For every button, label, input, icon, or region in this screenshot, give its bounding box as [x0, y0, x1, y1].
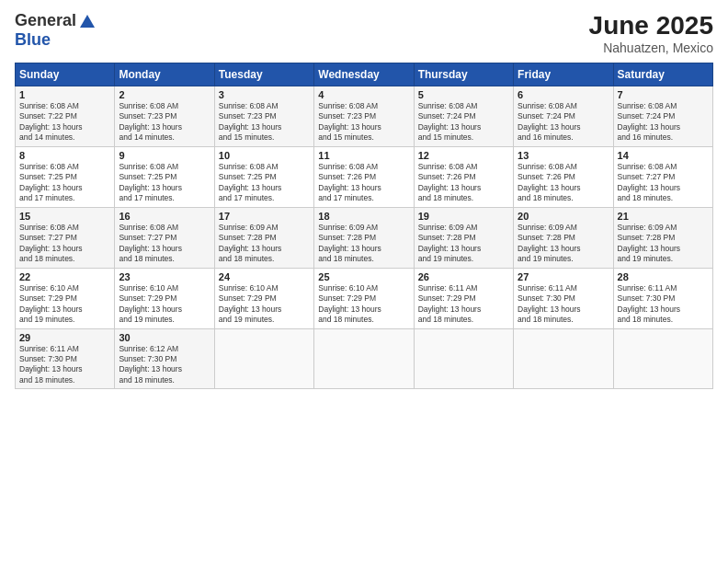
day-info: Sunrise: 6:10 AM Sunset: 7:29 PM Dayligh… — [219, 283, 310, 326]
day-info: Sunrise: 6:11 AM Sunset: 7:30 PM Dayligh… — [19, 344, 110, 386]
table-row: 18Sunrise: 6:09 AM Sunset: 7:28 PM Dayli… — [314, 207, 414, 268]
table-row: 30Sunrise: 6:12 AM Sunset: 7:30 PM Dayli… — [115, 328, 214, 389]
day-number: 7 — [618, 89, 709, 100]
day-info: Sunrise: 6:08 AM Sunset: 7:27 PM Dayligh… — [618, 162, 709, 204]
table-row: 25Sunrise: 6:10 AM Sunset: 7:29 PM Dayli… — [314, 268, 414, 328]
day-info: Sunrise: 6:08 AM Sunset: 7:24 PM Dayligh… — [518, 101, 609, 144]
page: General Blue June 2025 Nahuatzen, Mexico… — [0, 0, 728, 563]
table-row: 23Sunrise: 6:10 AM Sunset: 7:29 PM Dayli… — [115, 268, 214, 328]
day-number: 29 — [19, 332, 110, 343]
table-row: 11Sunrise: 6:08 AM Sunset: 7:26 PM Dayli… — [314, 146, 414, 207]
day-info: Sunrise: 6:08 AM Sunset: 7:24 PM Dayligh… — [618, 101, 709, 144]
table-row: 20Sunrise: 6:09 AM Sunset: 7:28 PM Dayli… — [514, 207, 613, 268]
calendar-week-row: 22Sunrise: 6:10 AM Sunset: 7:29 PM Dayli… — [16, 268, 713, 328]
day-number: 10 — [219, 150, 310, 161]
day-number: 13 — [518, 150, 609, 161]
day-number: 20 — [518, 211, 609, 222]
day-number: 12 — [418, 150, 509, 161]
day-number: 26 — [418, 271, 509, 282]
calendar-week-row: 15Sunrise: 6:08 AM Sunset: 7:27 PM Dayli… — [16, 207, 713, 268]
day-number: 27 — [518, 271, 609, 282]
table-row: 21Sunrise: 6:09 AM Sunset: 7:28 PM Dayli… — [613, 207, 712, 268]
day-info: Sunrise: 6:10 AM Sunset: 7:29 PM Dayligh… — [318, 283, 409, 326]
day-info: Sunrise: 6:10 AM Sunset: 7:29 PM Dayligh… — [19, 283, 110, 326]
day-number: 4 — [318, 89, 409, 100]
day-info: Sunrise: 6:11 AM Sunset: 7:30 PM Dayligh… — [618, 283, 709, 326]
table-row: 28Sunrise: 6:11 AM Sunset: 7:30 PM Dayli… — [613, 268, 712, 328]
day-number: 14 — [618, 150, 709, 161]
day-info: Sunrise: 6:08 AM Sunset: 7:25 PM Dayligh… — [219, 162, 310, 204]
day-info: Sunrise: 6:10 AM Sunset: 7:29 PM Dayligh… — [119, 283, 210, 326]
table-row — [414, 328, 513, 389]
col-thursday: Thursday — [414, 63, 513, 86]
day-info: Sunrise: 6:09 AM Sunset: 7:28 PM Dayligh… — [618, 223, 709, 265]
day-info: Sunrise: 6:08 AM Sunset: 7:26 PM Dayligh… — [518, 162, 609, 204]
day-number: 6 — [518, 89, 609, 100]
table-row: 12Sunrise: 6:08 AM Sunset: 7:26 PM Dayli… — [414, 146, 513, 207]
table-row: 15Sunrise: 6:08 AM Sunset: 7:27 PM Dayli… — [16, 207, 115, 268]
table-row: 7Sunrise: 6:08 AM Sunset: 7:24 PM Daylig… — [613, 86, 712, 147]
day-info: Sunrise: 6:08 AM Sunset: 7:25 PM Dayligh… — [19, 162, 110, 204]
table-row: 8Sunrise: 6:08 AM Sunset: 7:25 PM Daylig… — [16, 146, 115, 207]
day-number: 9 — [119, 150, 210, 161]
table-row: 3Sunrise: 6:08 AM Sunset: 7:23 PM Daylig… — [214, 86, 313, 147]
day-number: 23 — [119, 271, 210, 282]
calendar-week-row: 8Sunrise: 6:08 AM Sunset: 7:25 PM Daylig… — [16, 146, 713, 207]
logo-icon — [78, 13, 97, 31]
day-info: Sunrise: 6:11 AM Sunset: 7:29 PM Dayligh… — [418, 283, 509, 326]
table-row: 4Sunrise: 6:08 AM Sunset: 7:23 PM Daylig… — [314, 86, 414, 147]
logo-general: General — [15, 12, 76, 30]
month-year: June 2025 — [589, 11, 713, 40]
table-row: 13Sunrise: 6:08 AM Sunset: 7:26 PM Dayli… — [514, 146, 613, 207]
day-info: Sunrise: 6:08 AM Sunset: 7:23 PM Dayligh… — [318, 101, 409, 144]
day-info: Sunrise: 6:08 AM Sunset: 7:22 PM Dayligh… — [19, 101, 110, 144]
table-row: 6Sunrise: 6:08 AM Sunset: 7:24 PM Daylig… — [514, 86, 613, 147]
location: Nahuatzen, Mexico — [589, 40, 713, 55]
table-row: 22Sunrise: 6:10 AM Sunset: 7:29 PM Dayli… — [16, 268, 115, 328]
day-number: 1 — [19, 89, 110, 100]
table-row: 24Sunrise: 6:10 AM Sunset: 7:29 PM Dayli… — [214, 268, 313, 328]
day-info: Sunrise: 6:12 AM Sunset: 7:30 PM Dayligh… — [119, 344, 210, 386]
table-row: 16Sunrise: 6:08 AM Sunset: 7:27 PM Dayli… — [115, 207, 214, 268]
table-row: 5Sunrise: 6:08 AM Sunset: 7:24 PM Daylig… — [414, 86, 513, 147]
calendar-header-row: Sunday Monday Tuesday Wednesday Thursday… — [16, 63, 713, 86]
day-number: 16 — [119, 211, 210, 222]
table-row: 9Sunrise: 6:08 AM Sunset: 7:25 PM Daylig… — [115, 146, 214, 207]
day-number: 5 — [418, 89, 509, 100]
title-area: June 2025 Nahuatzen, Mexico — [589, 11, 713, 55]
day-number: 17 — [219, 211, 310, 222]
col-tuesday: Tuesday — [214, 63, 313, 86]
day-number: 21 — [618, 211, 709, 222]
day-info: Sunrise: 6:08 AM Sunset: 7:26 PM Dayligh… — [418, 162, 509, 204]
table-row: 10Sunrise: 6:08 AM Sunset: 7:25 PM Dayli… — [214, 146, 313, 207]
table-row: 26Sunrise: 6:11 AM Sunset: 7:29 PM Dayli… — [414, 268, 513, 328]
day-info: Sunrise: 6:09 AM Sunset: 7:28 PM Dayligh… — [518, 223, 609, 265]
col-monday: Monday — [115, 63, 214, 86]
table-row: 17Sunrise: 6:09 AM Sunset: 7:28 PM Dayli… — [214, 207, 313, 268]
day-number: 30 — [119, 332, 210, 343]
calendar-week-row: 1Sunrise: 6:08 AM Sunset: 7:22 PM Daylig… — [16, 86, 713, 147]
calendar-table: Sunday Monday Tuesday Wednesday Thursday… — [15, 63, 713, 389]
day-number: 15 — [19, 211, 110, 222]
table-row — [214, 328, 313, 389]
day-number: 28 — [618, 271, 709, 282]
svg-marker-0 — [80, 15, 95, 28]
table-row: 14Sunrise: 6:08 AM Sunset: 7:27 PM Dayli… — [613, 146, 712, 207]
day-info: Sunrise: 6:11 AM Sunset: 7:30 PM Dayligh… — [518, 283, 609, 326]
day-number: 19 — [418, 211, 509, 222]
col-wednesday: Wednesday — [314, 63, 414, 86]
day-info: Sunrise: 6:08 AM Sunset: 7:23 PM Dayligh… — [219, 101, 310, 144]
table-row — [314, 328, 414, 389]
day-info: Sunrise: 6:08 AM Sunset: 7:25 PM Dayligh… — [119, 162, 210, 204]
table-row — [514, 328, 613, 389]
day-info: Sunrise: 6:09 AM Sunset: 7:28 PM Dayligh… — [219, 223, 310, 265]
table-row — [613, 328, 712, 389]
day-info: Sunrise: 6:09 AM Sunset: 7:28 PM Dayligh… — [318, 223, 409, 265]
logo-blue: Blue — [15, 31, 97, 50]
day-number: 3 — [219, 89, 310, 100]
day-number: 2 — [119, 89, 210, 100]
table-row: 1Sunrise: 6:08 AM Sunset: 7:22 PM Daylig… — [16, 86, 115, 147]
col-friday: Friday — [514, 63, 613, 86]
table-row: 2Sunrise: 6:08 AM Sunset: 7:23 PM Daylig… — [115, 86, 214, 147]
day-info: Sunrise: 6:08 AM Sunset: 7:26 PM Dayligh… — [318, 162, 409, 204]
